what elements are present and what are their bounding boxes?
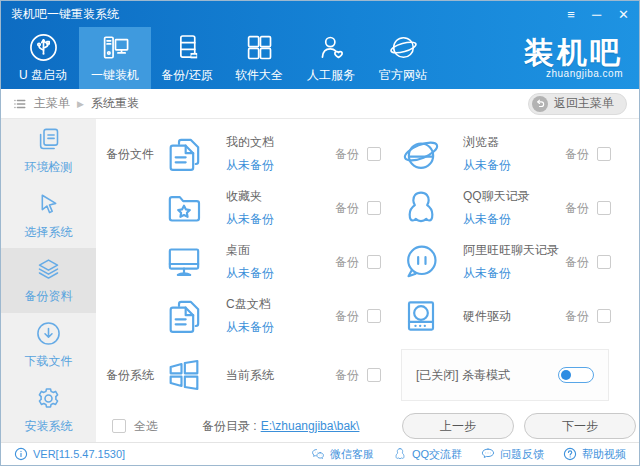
backup-status: 从未备份 <box>463 211 565 228</box>
support-person-icon <box>317 33 346 62</box>
cursor-icon <box>35 191 62 218</box>
sidebar-item-label: 环境检测 <box>25 159 73 176</box>
antivirus-mode-label: [已关闭] 杀毒模式 <box>416 367 510 384</box>
backup-checkbox[interactable] <box>597 255 611 269</box>
back-circle <box>532 96 548 112</box>
titlebar: 装机吧一键重装系统 ≡ ─ ✕ <box>1 1 639 27</box>
desktop-monitor-icon <box>164 242 204 282</box>
header: 装机吧一键重装系统 ≡ ─ ✕ U 盘启动 一键装机 备份/还原 软 <box>1 1 639 89</box>
nav-human-service[interactable]: 人工服务 <box>295 27 367 89</box>
backup-dir-label: 备份目录 : <box>202 418 257 435</box>
backup-checkbox-label: 备份 <box>335 254 359 271</box>
backup-item-name: 阿里旺旺聊天记录 <box>463 242 565 259</box>
backup-item-desktop: 桌面从未备份 备份 <box>164 235 401 289</box>
toggle-knob <box>561 370 571 380</box>
section-label-system: 备份系统 <box>96 343 164 407</box>
backup-grid: 备份文件 我的文档从未备份 备份 浏览器从未备份 备份 <box>96 127 639 407</box>
nav-label: 软件大全 <box>235 67 283 84</box>
close-icon[interactable]: ✕ <box>618 8 629 21</box>
qq-group-link[interactable]: QQ交流群 <box>393 447 462 462</box>
backup-item-name: C盘文档 <box>226 296 335 313</box>
backup-item-name: 收藏夹 <box>226 188 335 205</box>
list-icon <box>13 97 27 111</box>
minimize-icon[interactable]: ─ <box>592 8 601 21</box>
backup-checkbox[interactable] <box>367 368 381 382</box>
select-all-checkbox[interactable] <box>112 419 126 433</box>
back-to-main-menu-button[interactable]: 返回主菜单 <box>528 93 627 115</box>
wechat-service-link[interactable]: 微信客服 <box>311 447 374 462</box>
favorites-folder-icon <box>164 188 204 228</box>
apps-grid-icon <box>245 33 274 62</box>
backup-item-wangwang-chat: 阿里旺旺聊天记录从未备份 备份 <box>401 235 639 289</box>
nav-label: 官方网站 <box>379 67 427 84</box>
nav-software-collection[interactable]: 软件大全 <box>223 27 295 89</box>
backup-item-name: 我的文档 <box>226 134 335 151</box>
sidebar-item-install-system[interactable]: 安装系统 <box>1 377 96 442</box>
window-title: 装机吧一键重装系统 <box>11 6 119 23</box>
backup-checkbox[interactable] <box>597 309 611 323</box>
version-text: VER[11.5.47.1530] <box>33 448 125 460</box>
nav-backup-restore[interactable]: 备份/还原 <box>151 27 223 89</box>
usb-icon <box>29 33 58 62</box>
select-all-label: 全选 <box>134 418 158 435</box>
statusbar-link-label: 微信客服 <box>330 447 374 462</box>
nav-usb-boot[interactable]: U 盘启动 <box>7 27 79 89</box>
backup-checkbox-label: 备份 <box>565 254 589 271</box>
hardware-drive-icon <box>401 296 441 336</box>
backup-checkbox-label: 备份 <box>565 146 589 163</box>
feedback-link[interactable]: 问题反馈 <box>481 447 544 462</box>
backup-checkbox[interactable] <box>597 147 611 161</box>
backup-checkbox[interactable] <box>367 309 381 323</box>
backup-item-browser: 浏览器从未备份 备份 <box>401 127 639 181</box>
help-icon <box>563 447 577 461</box>
backup-dir-link[interactable]: E:\zhuangjiba\bak\ <box>261 419 360 433</box>
nav-one-key-install[interactable]: 一键装机 <box>79 27 151 89</box>
documents-icon <box>164 134 204 174</box>
documents-icon <box>164 296 204 336</box>
backup-checkbox[interactable] <box>597 201 611 215</box>
brand-domain: zhuangjiba.com <box>546 68 623 79</box>
backup-restore-icon <box>173 33 202 62</box>
sidebar-item-download-files[interactable]: 下载文件 <box>1 313 96 378</box>
nav-label: 备份/还原 <box>161 67 212 84</box>
backup-checkbox-label: 备份 <box>335 367 359 384</box>
backup-status: 从未备份 <box>226 319 335 336</box>
sidebar-item-label: 下载文件 <box>25 353 73 370</box>
backup-checkbox-label: 备份 <box>335 308 359 325</box>
sidebar-item-choose-system[interactable]: 选择系统 <box>1 184 96 249</box>
wechat-icon <box>311 447 325 461</box>
next-step-button[interactable]: 下一步 <box>524 413 636 439</box>
brand-logo: 装机吧 zhuangjiba.com <box>524 27 623 89</box>
backup-checkbox[interactable] <box>367 201 381 215</box>
statusbar-link-label: 问题反馈 <box>500 447 544 462</box>
backup-checkbox[interactable] <box>367 147 381 161</box>
nav-official-site[interactable]: 官方网站 <box>367 27 439 89</box>
menu-icon[interactable]: ≡ <box>567 8 575 21</box>
breadcrumb-root[interactable]: 主菜单 <box>34 95 70 112</box>
sidebar-item-backup-data[interactable]: 备份资料 <box>1 248 96 313</box>
help-video-link[interactable]: 帮助视频 <box>563 447 626 462</box>
sidebar: 环境检测 选择系统 备份资料 下载文件 安装系统 <box>1 119 96 442</box>
prev-step-button[interactable]: 上一步 <box>402 413 514 439</box>
computer-icon <box>101 33 130 62</box>
breadcrumb: 主菜单 ▶ 系统重装 返回主菜单 <box>1 89 639 119</box>
wangwang-icon <box>401 242 441 282</box>
breadcrumb-arrow-icon: ▶ <box>77 99 84 109</box>
backup-item-qq-chat: QQ聊天记录从未备份 备份 <box>401 181 639 235</box>
nav-label: U 盘启动 <box>19 67 67 84</box>
main-content: 备份文件 我的文档从未备份 备份 浏览器从未备份 备份 <box>96 119 639 442</box>
backup-item-favorites: 收藏夹从未备份 备份 <box>164 181 401 235</box>
top-nav: U 盘启动 一键装机 备份/还原 软件大全 人工服务 官方网站 <box>1 27 639 89</box>
backup-item-name: QQ聊天记录 <box>463 188 565 205</box>
sidebar-item-env-check[interactable]: 环境检测 <box>1 119 96 184</box>
download-icon <box>35 320 62 347</box>
backup-checkbox[interactable] <box>367 255 381 269</box>
antivirus-toggle[interactable] <box>558 367 594 383</box>
antivirus-mode-box: [已关闭] 杀毒模式 <box>401 349 609 401</box>
backup-item-my-documents: 我的文档从未备份 备份 <box>164 127 401 181</box>
statusbar-link-label: QQ交流群 <box>412 447 462 462</box>
backup-item-name: 当前系统 <box>226 367 335 384</box>
backup-checkbox-label: 备份 <box>335 146 359 163</box>
sidebar-item-label: 选择系统 <box>25 224 73 241</box>
backup-checkbox-label: 备份 <box>565 308 589 325</box>
